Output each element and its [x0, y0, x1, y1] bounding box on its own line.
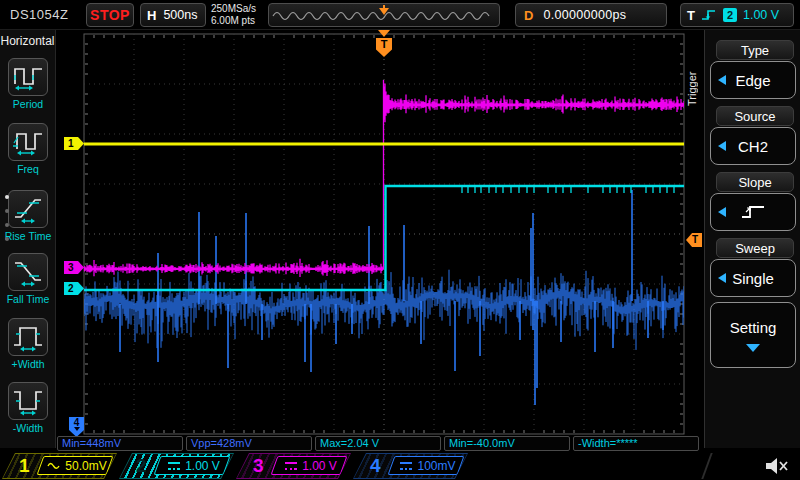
minus-width-icon: [12, 386, 44, 416]
source-value: CH2: [738, 138, 768, 155]
setting-label: Setting: [730, 319, 777, 336]
ch2-position-flag[interactable]: 2: [64, 282, 84, 295]
channel-scale-value: 100mV: [417, 459, 455, 473]
oscilloscope-screen: DS1054Z STOP H 500ns 250MSa/s 6.00M pts …: [0, 0, 800, 480]
speaker-muted-icon[interactable]: [764, 456, 790, 476]
trigger-source-badge: 2: [723, 8, 737, 22]
type-value: Edge: [735, 72, 770, 89]
freq-icon: [12, 127, 44, 157]
trigger-menu-tab: Trigger: [686, 52, 701, 126]
menu-item-period[interactable]: Period: [0, 58, 56, 110]
timebase-box[interactable]: H 500ns: [140, 3, 206, 27]
menu-item-plus-width[interactable]: +Width: [0, 318, 56, 370]
timebase-value: 500ns: [163, 8, 197, 22]
menu-label: +Width: [0, 358, 56, 370]
waveform-preview[interactable]: [268, 3, 500, 27]
ch4-position-flag[interactable]: 4: [69, 417, 84, 437]
trigger-label: T: [687, 8, 695, 23]
slope-label: Slope: [716, 172, 794, 192]
dc-coupling-icon: [285, 462, 297, 470]
trigger-position-arrow-icon: [378, 30, 390, 37]
left-arrow-icon: [718, 75, 726, 85]
menu-item-fall-time[interactable]: Fall Time: [0, 253, 56, 305]
channel-2-box[interactable]: 2 1.00 V: [119, 453, 234, 479]
fall-time-icon: [12, 257, 44, 287]
channel-3-box[interactable]: 3 1.00 V: [236, 453, 351, 479]
channel-scale-value: 1.00 V: [302, 459, 337, 473]
trigger-status-box[interactable]: T 2 1.00 V: [680, 3, 794, 27]
trigger-position-flag[interactable]: T: [376, 38, 392, 57]
plus-width-icon: [12, 322, 44, 352]
measurement-readout: Min=-40.0mV: [444, 436, 570, 451]
scroll-indicator-dot: [5, 195, 9, 199]
run-state-text: STOP: [90, 7, 130, 23]
measurement-readout: -Width=*****: [573, 436, 699, 451]
scroll-indicator-dot: [5, 209, 9, 213]
divider: [701, 453, 712, 479]
horizontal-label: H: [147, 8, 156, 23]
channel-number: 4: [370, 455, 381, 477]
dc-coupling-icon: [168, 462, 180, 470]
graticule-and-waveforms: [0, 0, 800, 480]
acquisition-info: 250MSa/s 6.00M pts: [211, 3, 256, 27]
sweep-softkey[interactable]: Single: [710, 259, 796, 297]
channel-scale-value: 1.00 V: [185, 459, 220, 473]
channel-status-bar: 1 50.0mV 2 1.00 V 3: [0, 452, 800, 480]
horizontal-measure-menu: Horizontal Period Freq: [0, 30, 56, 448]
menu-item-freq[interactable]: Freq: [0, 123, 56, 175]
slope-softkey[interactable]: [710, 193, 796, 231]
channel-number: 1: [19, 455, 30, 477]
setting-softkey[interactable]: Setting: [710, 302, 796, 368]
channel-number: 2: [136, 455, 147, 477]
sweep-label: Sweep: [716, 238, 794, 258]
type-softkey[interactable]: Edge: [710, 61, 796, 99]
source-softkey[interactable]: CH2: [710, 127, 796, 165]
ch3-position-flag[interactable]: 3: [64, 261, 84, 274]
source-label: Source: [716, 106, 794, 126]
top-status-bar: DS1054Z STOP H 500ns 250MSa/s 6.00M pts …: [0, 0, 800, 30]
delay-value: 0.00000000ps: [543, 8, 626, 22]
scroll-indicator-dot: [5, 223, 9, 227]
memory-depth: 6.00M pts: [211, 15, 256, 27]
delay-label: D: [524, 8, 533, 23]
left-arrow-icon: [718, 207, 726, 217]
sweep-value: Single: [732, 270, 774, 287]
rise-time-icon: [12, 194, 44, 224]
measurement-readout: Max=2.04 V: [315, 436, 441, 451]
left-arrow-icon: [718, 141, 726, 151]
model-label: DS1054Z: [10, 7, 68, 22]
left-menu-title: Horizontal: [0, 30, 55, 48]
ch4-flag-label: 4: [74, 417, 80, 428]
menu-label: Freq: [0, 163, 56, 175]
channel-scale-value: 50.0mV: [65, 459, 106, 473]
dc-coupling-icon: [400, 462, 412, 470]
run-state-indicator[interactable]: STOP: [86, 3, 134, 27]
period-icon: [12, 62, 44, 92]
menu-label: Period: [0, 98, 56, 110]
waveform-preview-icon: [269, 4, 497, 26]
rising-edge-icon: [701, 8, 717, 22]
measurement-readout: Vpp=428mV: [186, 436, 312, 451]
down-arrow-icon: [746, 344, 760, 352]
menu-label: Fall Time: [0, 293, 56, 305]
scroll-indicator-dot: [5, 237, 9, 241]
menu-item-minus-width[interactable]: -Width: [0, 382, 56, 434]
trigger-level-value: 1.00 V: [743, 8, 779, 22]
measurement-readout: Min=448mV: [57, 436, 183, 451]
rising-slope-icon: [739, 203, 767, 221]
ch1-position-flag[interactable]: 1: [64, 137, 84, 150]
delay-box[interactable]: D 0.00000000ps: [515, 3, 667, 27]
channel-1-box[interactable]: 1 50.0mV: [2, 453, 117, 479]
menu-label: -Width: [0, 422, 56, 434]
sample-rate: 250MSa/s: [211, 3, 256, 15]
type-label: Type: [716, 40, 794, 60]
left-arrow-icon: [718, 273, 726, 283]
trigger-level-flag[interactable]: T: [686, 233, 702, 247]
channel-number: 3: [253, 455, 264, 477]
channel-4-box[interactable]: 4 100mV: [353, 453, 468, 479]
ac-coupling-icon: [47, 461, 60, 470]
